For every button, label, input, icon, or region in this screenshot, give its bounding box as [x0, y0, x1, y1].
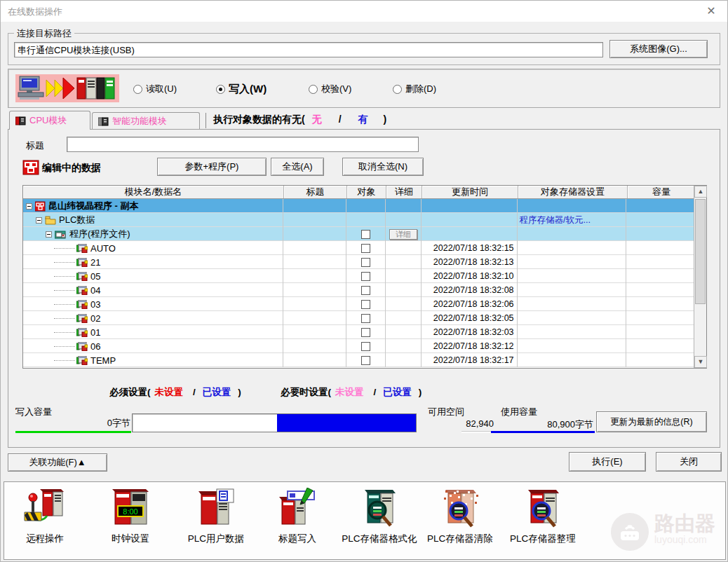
table-row[interactable]: 032022/07/18 18:32:06: [23, 297, 694, 311]
title-bar: 在线数据操作 ✕: [1, 1, 727, 22]
radio-delete[interactable]: 删除(D): [393, 82, 436, 96]
toolbar-item-plc-memory-arrange[interactable]: PLC存储器整理: [504, 486, 582, 545]
refresh-info-button[interactable]: 更新为最新的信息(R): [596, 411, 707, 432]
tree-expand-icon[interactable]: [46, 231, 52, 238]
table-row[interactable]: TEMP2022/07/18 18:32:17: [23, 353, 694, 367]
tree-expand-icon[interactable]: [26, 203, 32, 210]
tree-line: [54, 290, 75, 291]
table-header: 模块名/数据名 标题 对象 详细 更新时间 对象存储器设置 容量: [23, 186, 706, 199]
target-checkbox[interactable]: [361, 342, 370, 351]
free-space-label: 可用空间: [428, 406, 464, 418]
close-button[interactable]: 关闭: [656, 452, 722, 472]
row-name: TEMP: [90, 355, 116, 366]
row-name: AUTO: [90, 243, 116, 254]
memory-setting: [518, 255, 627, 269]
table-row[interactable]: 012022/07/18 18:32:03: [23, 325, 694, 339]
row-name: 04: [90, 285, 100, 296]
program-icon: [76, 328, 88, 337]
table-row[interactable]: 程序(程序文件)详细: [23, 227, 694, 241]
vertical-scrollbar[interactable]: ▲ ▼: [694, 186, 706, 368]
capacity-area: 写入容量 0字节 可用空间 82,940 使用容量 80,900字节 更新为最新…: [8, 404, 720, 446]
execute-button[interactable]: 执行(E): [569, 452, 646, 472]
program-icon: [76, 272, 88, 281]
table-row[interactable]: PLC数据程序存储器/软元...: [23, 213, 694, 227]
toolbar-item-plc-memory-clear[interactable]: PLC存储器清除: [424, 486, 497, 545]
select-all-button[interactable]: 全选(A): [271, 158, 324, 176]
tab-intelligent-module[interactable]: 智能功能模块: [92, 112, 200, 130]
radio-read-label: 读取(U): [146, 83, 177, 95]
scroll-up-icon[interactable]: ▲: [694, 186, 707, 198]
row-name: PLC数据: [59, 214, 95, 226]
update-time: [422, 199, 518, 213]
write-capacity-green-bar: [15, 431, 131, 433]
tree-line: [54, 262, 75, 263]
pc-to-plc-transfer-icon: [15, 74, 119, 102]
tab-cpu-module[interactable]: CPU模块: [9, 111, 90, 130]
toolbar-item-plc-memory-format[interactable]: PLC存储器格式化: [335, 486, 424, 545]
target-checkbox[interactable]: [361, 300, 370, 309]
target-checkbox[interactable]: [361, 272, 370, 281]
tab-cpu-label: CPU模块: [29, 114, 67, 127]
title-input[interactable]: [67, 137, 419, 152]
toolbar-label-remote-operation: 远程操作: [15, 533, 74, 545]
deselect-all-button[interactable]: 取消全选(N): [342, 158, 424, 176]
toolbar-label-plc-memory-format: PLC存储器格式化: [335, 533, 424, 545]
toolbar-item-title-write[interactable]: 标题写入: [269, 486, 325, 545]
target-checkbox[interactable]: [361, 230, 370, 239]
memory-setting[interactable]: 程序存储器/软元...: [518, 213, 627, 227]
write-capacity-label: 写入容量: [15, 406, 52, 418]
system-image-button[interactable]: 系统图像(G)...: [609, 40, 708, 58]
related-functions-button[interactable]: 关联功能(F)▲: [8, 453, 107, 472]
radio-verify[interactable]: 校验(V): [309, 82, 351, 96]
target-checkbox[interactable]: [361, 314, 370, 323]
optional-settings-legend: 必要时设置(未设置/已设置): [281, 386, 422, 399]
close-icon[interactable]: ✕: [702, 4, 720, 19]
table-row[interactable]: 042022/07/18 18:32:08: [23, 283, 694, 297]
target-checkbox[interactable]: [361, 286, 370, 295]
free-space-value: 82,940: [428, 418, 494, 429]
scrollbar-thumb[interactable]: [695, 199, 706, 304]
table-row[interactable]: 022022/07/18 18:32:05: [23, 311, 694, 325]
update-time: [422, 213, 518, 227]
radio-read[interactable]: 读取(U): [133, 82, 177, 96]
update-time: 2022/07/18 18:32:15: [422, 241, 518, 255]
used-capacity-underline: [491, 431, 595, 433]
toolbar-label-plc-user-data: PLC用户数据: [181, 533, 251, 545]
table-row[interactable]: AUTO2022/07/18 18:32:15: [23, 241, 694, 255]
toolbar-label-plc-memory-arrange: PLC存储器整理: [504, 533, 582, 545]
table-row[interactable]: 212022/07/18 18:32:13: [23, 255, 694, 269]
editing-data-label: 编辑中的数据: [42, 162, 101, 174]
svg-text:8:00: 8:00: [123, 507, 137, 516]
tree-line: [54, 304, 75, 305]
table-row[interactable]: 昆山纬视晶程序 - 副本: [23, 199, 694, 213]
presence-prefix: 执行对象数据的有无(: [213, 114, 305, 125]
target-checkbox[interactable]: [361, 244, 370, 253]
radio-write[interactable]: 写入(W): [216, 82, 267, 96]
write-capacity-bar: [132, 413, 417, 432]
tree-line: [54, 248, 75, 249]
param-program-button[interactable]: 参数+程序(P): [157, 158, 267, 176]
toolbar-item-remote-operation[interactable]: 远程操作: [15, 486, 74, 545]
target-data-presence: 执行对象数据的有无(无/有): [213, 114, 386, 126]
radio-write-label: 写入(W): [229, 83, 267, 96]
target-checkbox[interactable]: [361, 328, 370, 337]
target-checkbox[interactable]: [361, 258, 370, 267]
radio-verify-label: 校验(V): [321, 83, 351, 95]
write-capacity-value: 0字节: [72, 417, 130, 430]
tree-expand-icon[interactable]: [36, 217, 42, 224]
row-name: 昆山纬视晶程序 - 副本: [48, 200, 139, 212]
connection-group-label: 连接目标路径: [14, 27, 74, 40]
target-checkbox[interactable]: [361, 356, 370, 365]
used-capacity-value: 80,900字节: [501, 418, 593, 431]
table-row[interactable]: 052022/07/18 18:32:10: [23, 269, 694, 283]
memory-setting: [518, 241, 627, 255]
detail-button[interactable]: 详细: [389, 229, 417, 240]
related-functions-toolbar: 远程操作 8:00 时钟设置: [4, 481, 726, 560]
scroll-down-icon[interactable]: ▼: [694, 356, 707, 368]
watermark-subtitle: luyouqi.com: [654, 534, 715, 545]
table-row[interactable]: 062022/07/18 18:32:12: [23, 339, 694, 353]
toolbar-item-clock-setting[interactable]: 8:00 时钟设置: [101, 486, 160, 545]
toolbar-item-plc-user-data[interactable]: PLC用户数据: [181, 486, 251, 545]
data-table: 模块名/数据名 标题 对象 详细 更新时间 对象存储器设置 容量 昆山纬视晶程序…: [22, 185, 707, 369]
connection-path-field[interactable]: 串行通信CPU模块连接(USB): [14, 42, 603, 57]
